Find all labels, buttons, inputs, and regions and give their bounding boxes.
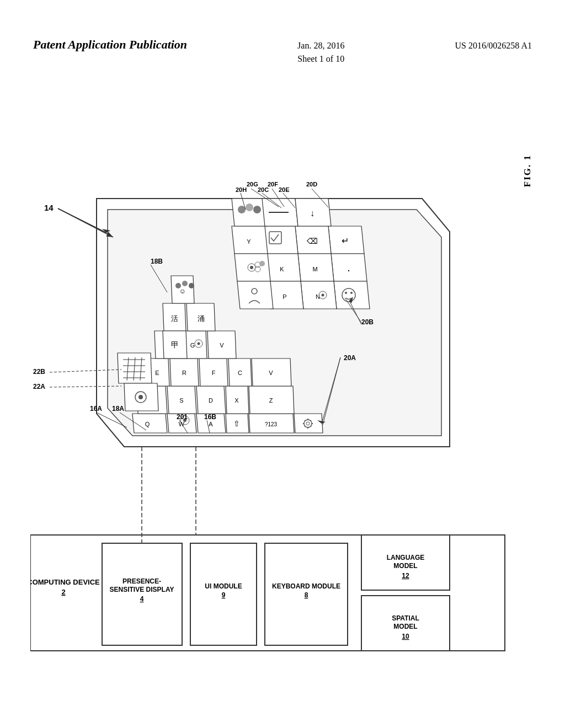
svg-text:活: 活 (171, 314, 178, 323)
svg-marker-34 (294, 414, 323, 433)
label-14: 14 (44, 203, 54, 212)
svg-text:G: G (190, 342, 195, 349)
svg-text:↵: ↵ (342, 236, 349, 245)
svg-point-97 (322, 294, 324, 297)
svg-text:9: 9 (222, 591, 226, 599)
label-18A: 18A (112, 405, 124, 413)
label-20B: 20B (361, 318, 374, 326)
label-20D: 20D (306, 182, 317, 188)
svg-text:8: 8 (305, 591, 308, 599)
svg-text:⇧: ⇧ (233, 419, 240, 428)
svg-marker-22 (132, 414, 167, 433)
svg-text:↓: ↓ (310, 208, 315, 218)
svg-text:V: V (269, 370, 273, 376)
svg-point-80 (182, 281, 188, 286)
computing-device-label: COMPUTING DEVICE (30, 578, 100, 586)
svg-text:Z: Z (269, 397, 273, 404)
label-20A: 20A (344, 354, 356, 362)
patent-number: US 2016/0026258 A1 (455, 39, 532, 52)
svg-text:F: F (212, 370, 216, 376)
svg-marker-86 (334, 281, 370, 309)
svg-text:甲: 甲 (171, 341, 179, 349)
svg-marker-112 (237, 281, 273, 309)
svg-text:涌: 涌 (198, 314, 205, 323)
label-16B: 16B (204, 413, 216, 421)
publication-title: Patent Application Publication (33, 37, 187, 53)
header: Patent Application Publication Jan. 28, … (0, 37, 565, 66)
label-18B: 18B (151, 258, 163, 265)
svg-text:A: A (209, 421, 213, 427)
svg-point-134 (138, 395, 143, 399)
svg-text:LANGUAGE: LANGUAGE (387, 554, 425, 561)
svg-text:Q: Q (145, 421, 150, 427)
svg-rect-2 (102, 543, 182, 645)
svg-text:MODEL: MODEL (393, 562, 417, 570)
pub-date: Jan. 28, 2016 (297, 41, 344, 50)
svg-text:.: . (347, 261, 350, 274)
svg-text:D: D (209, 397, 213, 404)
svg-text:P: P (282, 293, 286, 300)
svg-text:MODEL: MODEL (393, 623, 417, 630)
svg-text:V: V (220, 342, 224, 349)
svg-text:R: R (182, 370, 186, 376)
svg-text:⌫: ⌫ (307, 237, 318, 245)
svg-text:SPATIAL: SPATIAL (392, 614, 419, 622)
label-201: 201 (177, 413, 188, 421)
label-20F: 20F (268, 182, 278, 188)
svg-text:PRESENCE-: PRESENCE- (122, 577, 161, 585)
svg-line-41 (305, 420, 305, 421)
label-16A: 16A (90, 405, 102, 413)
label-22B: 22B (33, 368, 45, 376)
svg-text:☺: ☺ (179, 287, 186, 295)
sheet-info: Sheet 1 of 10 (297, 54, 344, 63)
svg-point-88 (345, 292, 347, 294)
svg-text:C: C (238, 370, 242, 376)
svg-text:SENSITIVE DISPLAY: SENSITIVE DISPLAY (110, 586, 174, 593)
svg-point-116 (246, 204, 253, 211)
svg-line-43 (311, 420, 311, 421)
svg-text:KEYBOARD MODULE: KEYBOARD MODULE (272, 582, 340, 590)
svg-point-110 (259, 261, 265, 266)
svg-text:10: 10 (402, 633, 409, 640)
page: Patent Application Publication Jan. 28, … (0, 0, 565, 728)
label-20E: 20E (279, 186, 290, 193)
main-diagram: COMPUTING DEVICE 2 PRESENCE- SENSITIVE D… (30, 182, 527, 662)
svg-point-79 (175, 283, 181, 288)
svg-text:12: 12 (402, 572, 409, 580)
label-20G: 20G (247, 182, 258, 188)
svg-text:E: E (155, 370, 159, 376)
svg-text:X: X (234, 397, 239, 404)
svg-point-108 (250, 266, 253, 269)
svg-text:K: K (280, 266, 284, 272)
label-20H: 20H (236, 186, 247, 193)
svg-text:Y: Y (247, 238, 251, 245)
svg-point-81 (189, 283, 194, 288)
svg-text:M: M (312, 266, 317, 272)
svg-point-89 (350, 292, 353, 294)
svg-text:4: 4 (140, 595, 144, 603)
header-center: Jan. 28, 2016 Sheet 1 of 10 (297, 39, 344, 66)
svg-text:S: S (179, 397, 183, 404)
svg-point-115 (238, 206, 246, 213)
svg-text:?123: ?123 (265, 421, 278, 427)
label-22A: 22A (33, 383, 45, 390)
svg-point-70 (198, 342, 200, 345)
svg-point-117 (253, 206, 261, 213)
svg-text:UI MODULE: UI MODULE (205, 582, 242, 590)
svg-line-42 (311, 426, 311, 427)
svg-line-44 (305, 426, 305, 427)
svg-text:2: 2 (61, 588, 65, 596)
